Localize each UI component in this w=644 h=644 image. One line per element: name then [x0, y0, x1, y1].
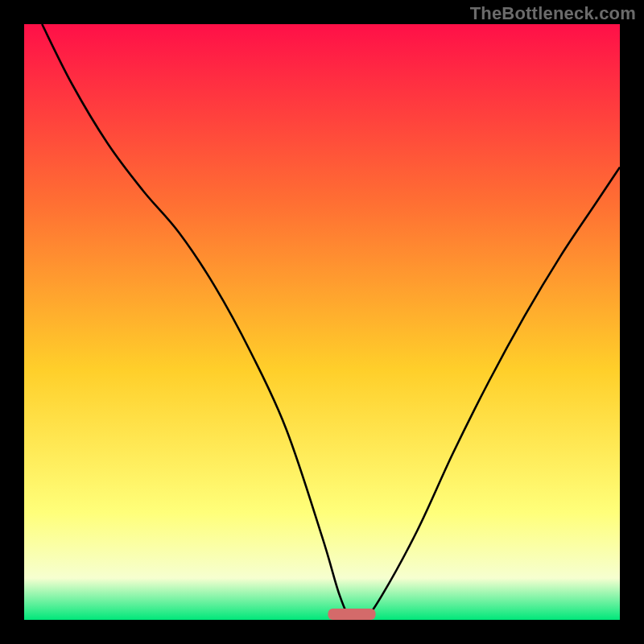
chart-frame: TheBottleneck.com	[0, 0, 644, 644]
plot-area	[24, 24, 620, 620]
minimum-marker	[328, 609, 375, 620]
gradient-background	[24, 24, 620, 620]
watermark-text: TheBottleneck.com	[470, 3, 636, 24]
chart-svg	[24, 24, 620, 620]
